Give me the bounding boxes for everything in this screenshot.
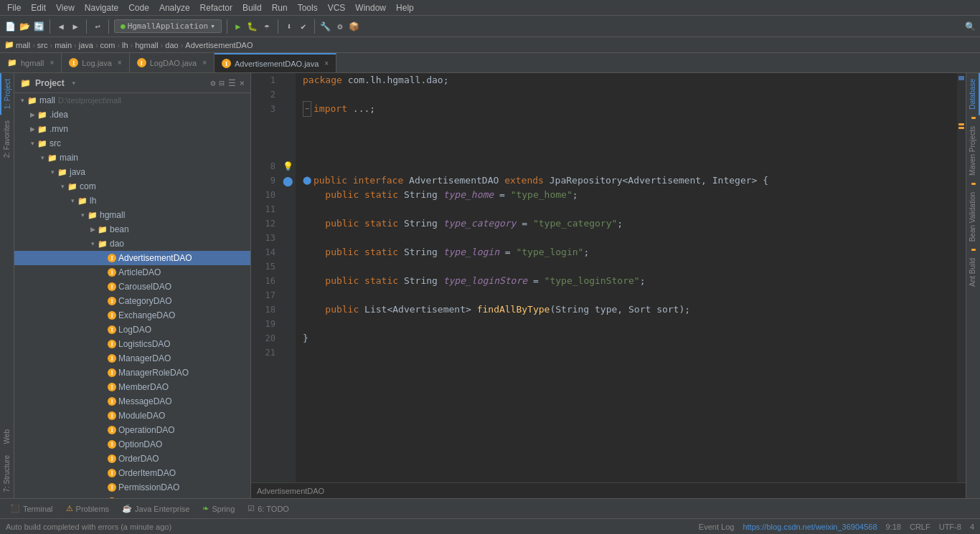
tree-item-dao[interactable]: ▾ 📁 dao xyxy=(14,237,250,251)
status-link[interactable]: https://blog.csdn.net/weixin_36904568 xyxy=(743,523,877,531)
wrench-icon[interactable]: 🔧 xyxy=(320,21,331,32)
tree-item-CategoryDAO[interactable]: I CategoryDAO xyxy=(14,294,250,308)
tree-item-java[interactable]: ▾ 📁 java xyxy=(14,165,250,179)
bottom-tab-todo[interactable]: ☑ 6: TODO xyxy=(242,502,295,515)
menu-run[interactable]: Run xyxy=(268,1,292,14)
bc-mall[interactable]: 📁mall xyxy=(4,40,30,49)
left-tool-structure[interactable]: 7: Structure xyxy=(1,449,13,498)
tree-item-MemberDAO[interactable]: I MemberDAO xyxy=(14,380,250,394)
tab-hgmall-close[interactable]: × xyxy=(50,59,54,67)
bc-dao[interactable]: dao xyxy=(165,41,178,49)
new-file-icon[interactable]: 📄 xyxy=(4,21,16,32)
tree-item-OptionDAO[interactable]: I OptionDAO xyxy=(14,437,250,452)
run-config-dropdown[interactable]: ● HgmallApplication ▾ xyxy=(114,19,222,33)
tree-icon-collapse[interactable]: ⊟ xyxy=(220,78,225,88)
bulb-icon-8[interactable]: 💡 xyxy=(283,161,293,171)
tab-log[interactable]: I Log.java × xyxy=(62,53,129,72)
tree-item-src[interactable]: ▾ 📁 src xyxy=(14,136,250,151)
tab-logdao[interactable]: I LogDAO.java × xyxy=(130,53,215,72)
bc-lh[interactable]: lh xyxy=(122,41,128,49)
bc-java[interactable]: java xyxy=(79,41,93,49)
tree-item-LogDAO[interactable]: I LogDAO xyxy=(14,323,250,337)
tree-item-mvn[interactable]: ▶ 📁 .mvn xyxy=(14,122,250,136)
status-charset[interactable]: UTF-8 xyxy=(939,523,961,531)
fold-icon-import[interactable]: − xyxy=(303,101,311,117)
git-commit-icon[interactable]: ✔ xyxy=(298,21,309,32)
bottom-tab-terminal[interactable]: ⬛ Terminal xyxy=(4,502,59,515)
tab-logdao-close[interactable]: × xyxy=(202,59,207,67)
back-icon[interactable]: ◀ xyxy=(55,21,67,32)
tree-item-ManagerRoleDAO[interactable]: I ManagerRoleDAO xyxy=(14,366,250,380)
menu-refactor[interactable]: Refactor xyxy=(196,1,237,14)
coverage-icon[interactable]: ☂ xyxy=(261,21,273,32)
menu-build[interactable]: Build xyxy=(238,1,266,14)
interface-gutter-marker[interactable]: ⬤ xyxy=(303,173,311,188)
settings-icon[interactable]: ⚙ xyxy=(334,21,346,32)
tree-item-OperationDAO[interactable]: I OperationDAO xyxy=(14,423,250,437)
tree-item-AdvertisementDAO[interactable]: I AdvertisementDAO xyxy=(14,251,250,265)
tree-item-MessageDAO[interactable]: I MessageDAO xyxy=(14,394,250,409)
tree-icon-settings[interactable]: ☰ xyxy=(228,78,236,88)
tree-item-bean[interactable]: ▶ 📁 bean xyxy=(14,222,250,237)
bc-advertisementdao[interactable]: AdvertisementDAO xyxy=(185,41,253,49)
menu-code[interactable]: Code xyxy=(124,1,154,14)
menu-view[interactable]: View xyxy=(52,1,79,14)
bc-main[interactable]: main xyxy=(55,41,72,49)
right-tab-maven[interactable]: Maven Projects xyxy=(966,120,980,181)
bc-hgmall[interactable]: hgmall xyxy=(135,41,158,49)
tree-item-hgmall[interactable]: ▾ 📁 hgmall xyxy=(14,208,250,222)
tree-item-OrderDAO[interactable]: I OrderDAO xyxy=(14,452,250,466)
left-tool-favorites[interactable]: 2: Favorites xyxy=(1,115,13,163)
left-tool-web[interactable]: Web xyxy=(1,424,13,449)
tree-icon-cog[interactable]: ⚙ xyxy=(210,78,215,88)
tab-hgmall[interactable]: 📁 hgmall × xyxy=(0,53,62,72)
git-update-icon[interactable]: ⬇ xyxy=(283,21,295,32)
tab-advertisementdao[interactable]: I AdvertisementDAO.java × xyxy=(215,53,336,72)
menu-navigate[interactable]: Navigate xyxy=(80,1,123,14)
debug-icon[interactable]: 🐛 xyxy=(247,21,258,32)
menu-file[interactable]: File xyxy=(3,1,25,14)
event-log-link[interactable]: Event Log xyxy=(699,523,735,531)
tree-icon-close[interactable]: × xyxy=(240,78,245,88)
tree-item-PermissionDAO[interactable]: I PermissionDAO xyxy=(14,480,250,495)
open-icon[interactable]: 📂 xyxy=(19,21,30,32)
search-icon[interactable]: 🔍 xyxy=(964,21,976,32)
tree-body[interactable]: ▾ 📁 mall D:\testproject\mall ▶ 📁 .idea ▶… xyxy=(14,93,250,498)
right-tab-bean-validation[interactable]: Bean Validation xyxy=(966,186,980,247)
tab-log-close[interactable]: × xyxy=(118,59,122,67)
menu-edit[interactable]: Edit xyxy=(27,1,50,14)
editor-scrollbar[interactable] xyxy=(957,73,966,482)
bc-src[interactable]: src xyxy=(37,41,48,49)
undo-icon[interactable]: ↩ xyxy=(92,21,103,32)
menu-vcs[interactable]: VCS xyxy=(324,1,350,14)
tree-item-ArticleDAO[interactable]: I ArticleDAO xyxy=(14,265,250,280)
tree-item-LogisticsDAO[interactable]: I LogisticsDAO xyxy=(14,337,250,351)
menu-tools[interactable]: Tools xyxy=(293,1,322,14)
tree-item-OrderItemDAO[interactable]: I OrderItemDAO xyxy=(14,466,250,480)
tree-item-com[interactable]: ▾ 📁 com xyxy=(14,179,250,194)
tree-item-idea[interactable]: ▶ 📁 .idea xyxy=(14,108,250,122)
forward-icon[interactable]: ▶ xyxy=(70,21,81,32)
tree-item-ManagerDAO[interactable]: I ManagerDAO xyxy=(14,351,250,366)
menu-analyze[interactable]: Analyze xyxy=(155,1,194,14)
tree-item-ExchangeDAO[interactable]: I ExchangeDAO xyxy=(14,308,250,323)
right-tab-ant-build[interactable]: Ant Build xyxy=(966,252,980,292)
sync-icon[interactable]: 🔄 xyxy=(33,21,44,32)
interface-marker-9[interactable]: ⬤ xyxy=(283,176,293,186)
tree-item-main[interactable]: ▾ 📁 main xyxy=(14,151,250,165)
sdk-icon[interactable]: 📦 xyxy=(349,21,360,32)
bc-com[interactable]: com xyxy=(100,41,116,49)
tree-item-CarouselDAO[interactable]: I CarouselDAO xyxy=(14,280,250,294)
bottom-tab-spring[interactable]: ❧ Spring xyxy=(197,502,240,515)
tree-item-lh[interactable]: ▾ 📁 lh xyxy=(14,194,250,208)
tab-advertisementdao-close[interactable]: × xyxy=(324,59,329,67)
menu-window[interactable]: Window xyxy=(351,1,390,14)
bottom-tab-java-enterprise[interactable]: ☕ Java Enterprise xyxy=(116,502,195,515)
right-tab-database[interactable]: Database xyxy=(966,73,980,115)
code-editor[interactable]: package com . lh . hgmall . dao ; − impo… xyxy=(296,73,957,482)
menu-help[interactable]: Help xyxy=(392,1,418,14)
status-crlf[interactable]: CRLF xyxy=(910,523,930,531)
tree-item-mall-root[interactable]: ▾ 📁 mall D:\testproject\mall xyxy=(14,93,250,108)
left-tool-project[interactable]: 1: Project xyxy=(0,73,14,115)
tree-title-arrow[interactable]: ▾ xyxy=(72,79,76,87)
